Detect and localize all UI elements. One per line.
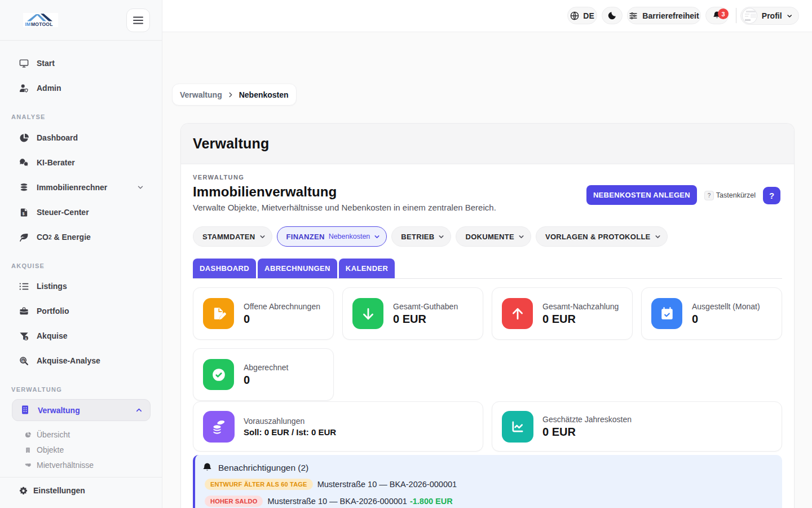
svg-text:MOTOOL: MOTOOL xyxy=(31,21,53,27)
svg-text:$: $ xyxy=(23,211,25,216)
svg-text:IM: IM xyxy=(25,21,31,27)
